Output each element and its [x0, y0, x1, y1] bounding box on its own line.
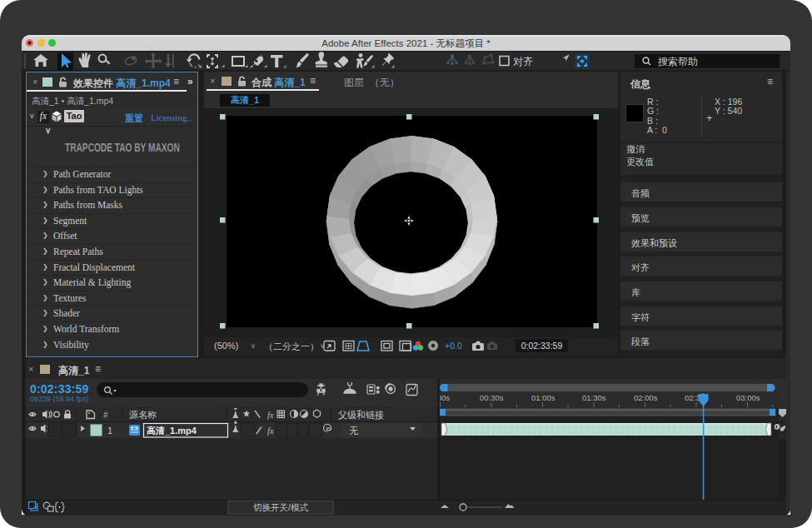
- svg-text:02:00s: 02:00s: [634, 393, 658, 402]
- svg-text:fx: fx: [267, 411, 274, 420]
- svg-text::00s: :00s: [440, 393, 450, 402]
- svg-text:1: 1: [107, 426, 112, 436]
- svg-text:03:00s: 03:00s: [736, 393, 760, 402]
- svg-text:高清_1.mp4: 高清_1.mp4: [147, 426, 197, 436]
- svg-text:01:30s: 01:30s: [582, 393, 606, 402]
- svg-text:无: 无: [349, 426, 358, 436]
- svg-text:父级和链接: 父级和链接: [338, 410, 384, 420]
- svg-text:#: #: [103, 411, 108, 420]
- svg-text:01:00s: 01:00s: [531, 393, 555, 402]
- svg-text:切换开关/模式: 切换开关/模式: [253, 502, 308, 512]
- svg-text:对齐: 对齐: [513, 56, 533, 67]
- svg-text:fx: fx: [267, 426, 274, 436]
- svg-text:00:30s: 00:30s: [480, 393, 504, 402]
- svg-text:搜索帮助: 搜索帮助: [658, 56, 698, 67]
- svg-text:+0.0: +0.0: [445, 341, 462, 351]
- svg-text:源名称: 源名称: [129, 410, 157, 420]
